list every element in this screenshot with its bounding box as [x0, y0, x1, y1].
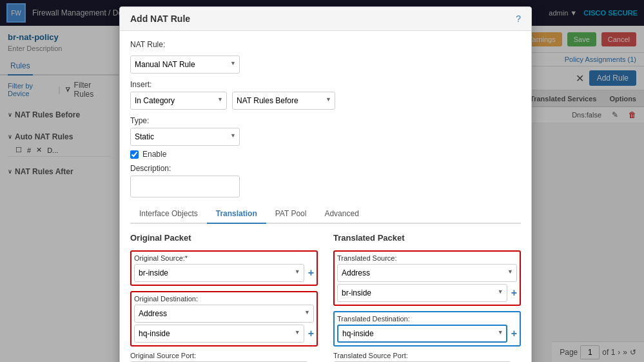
modal-body: NAT Rule: Manual NAT Rule Insert: In Cat…: [120, 31, 531, 362]
original-destination-row: hq-inside +: [134, 325, 314, 343]
translated-source-group: Translated Source: Address br-inside: [333, 250, 521, 306]
translated-packet-col: Translated Packet Translated Source: Add…: [333, 233, 521, 362]
nat-rule-row: NAT Rule:: [130, 40, 521, 49]
modal-title: Add NAT Rule: [130, 14, 190, 24]
original-destination-add-btn[interactable]: +: [308, 328, 314, 339]
translated-source-label: Translated Source:: [337, 254, 517, 262]
original-source-port-label: Original Source Port:: [130, 352, 318, 359]
translated-destination-select[interactable]: hq-inside: [337, 325, 507, 343]
tab-advanced[interactable]: Advanced: [315, 205, 367, 224]
translated-source-select[interactable]: br-inside: [337, 284, 507, 302]
translated-source-port-group: Translated Source Port: +: [333, 352, 521, 362]
original-source-add-btn[interactable]: +: [308, 268, 314, 278]
description-label: Description:: [130, 164, 521, 173]
insert-position-select[interactable]: NAT Rules Before NAT Rules After: [232, 92, 335, 110]
translated-source-row: br-inside +: [337, 284, 517, 302]
original-packet-title: Original Packet: [130, 233, 318, 243]
nat-rule-select[interactable]: Manual NAT Rule: [130, 55, 240, 74]
enable-row: Enable: [130, 150, 521, 159]
modal-tabs: Interface Objects Translation PAT Pool A…: [130, 205, 521, 224]
enable-label: Enable: [142, 150, 166, 159]
original-source-select[interactable]: br-inside: [134, 264, 304, 282]
enable-checkbox[interactable]: [130, 150, 139, 159]
original-destination-group: Original Destination: Address hq-inside: [130, 291, 318, 347]
description-row: Description:: [130, 164, 521, 199]
type-row: Type: Static Dynamic: [130, 116, 521, 146]
add-nat-rule-modal: Add NAT Rule ? NAT Rule: Manual NAT Rule…: [119, 6, 532, 362]
translated-source-type-select[interactable]: Address: [337, 264, 517, 282]
translated-destination-group: Translated Destination: hq-inside +: [333, 311, 521, 347]
tab-interface-objects[interactable]: Interface Objects: [130, 205, 207, 224]
original-destination-label: Original Destination:: [134, 295, 314, 303]
nat-rule-label: NAT Rule:: [130, 40, 169, 49]
translated-destination-add-btn[interactable]: +: [511, 328, 517, 339]
original-source-port-group: Original Source Port: +: [130, 352, 318, 362]
insert-row: Insert: In Category Before After NAT Rul…: [130, 80, 521, 110]
tab-pat-pool[interactable]: PAT Pool: [266, 205, 316, 224]
original-source-group: Original Source:* br-inside +: [130, 250, 318, 286]
modal-help-icon[interactable]: ?: [516, 14, 521, 24]
translated-source-port-label: Translated Source Port:: [333, 352, 521, 359]
type-select[interactable]: Static Dynamic: [130, 128, 240, 146]
original-destination-type-select[interactable]: Address: [134, 305, 314, 323]
original-packet-col: Original Packet Original Source:* br-ins…: [130, 233, 318, 362]
original-source-row: br-inside +: [134, 264, 314, 282]
translated-packet-title: Translated Packet: [333, 233, 521, 243]
description-input[interactable]: [130, 176, 240, 197]
tab-translation[interactable]: Translation: [207, 205, 266, 224]
packet-columns: Original Packet Original Source:* br-ins…: [130, 233, 521, 362]
type-label: Type:: [130, 116, 521, 125]
translated-destination-label: Translated Destination:: [337, 315, 517, 323]
translated-destination-row: hq-inside +: [337, 325, 517, 343]
original-destination-select[interactable]: hq-inside: [134, 325, 304, 343]
insert-select[interactable]: In Category Before After: [130, 92, 227, 110]
insert-label: Insert:: [130, 80, 521, 89]
modal-header: Add NAT Rule ?: [120, 7, 531, 31]
translated-source-add-btn[interactable]: +: [511, 288, 517, 298]
original-source-label: Original Source:*: [134, 254, 314, 262]
